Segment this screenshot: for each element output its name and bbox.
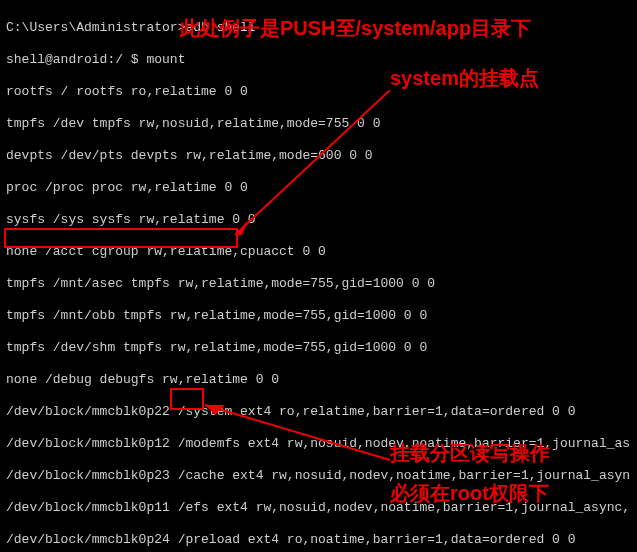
terminal-line: none /debug debugfs rw,relatime 0 0: [6, 372, 631, 388]
terminal-line: /dev/block/mmcblk0p22 /system ext4 ro,re…: [6, 404, 631, 420]
terminal-line: rootfs / rootfs ro,relatime 0 0: [6, 84, 631, 100]
terminal-line: proc /proc proc rw,relatime 0 0: [6, 180, 631, 196]
terminal-line: devpts /dev/pts devpts rw,relatime,mode=…: [6, 148, 631, 164]
terminal-line: /dev/block/mmcblk0p24 /preload ext4 ro,n…: [6, 532, 631, 548]
terminal-line: tmpfs /dev/shm tmpfs rw,relatime,mode=75…: [6, 340, 631, 356]
terminal-line: C:\Users\Administrator>adb shell: [6, 20, 631, 36]
terminal-output[interactable]: C:\Users\Administrator>adb shell shell@a…: [0, 0, 637, 552]
terminal-line: tmpfs /dev tmpfs rw,nosuid,relatime,mode…: [6, 116, 631, 132]
terminal-line: none /acct cgroup rw,relatime,cpuacct 0 …: [6, 244, 631, 260]
terminal-line: shell@android:/ $ mount: [6, 52, 631, 68]
terminal-line: /dev/block/mmcblk0p11 /efs ext4 rw,nosui…: [6, 500, 631, 516]
terminal-line: tmpfs /mnt/obb tmpfs rw,relatime,mode=75…: [6, 308, 631, 324]
terminal-line: tmpfs /mnt/asec tmpfs rw,relatime,mode=7…: [6, 276, 631, 292]
terminal-line: /dev/block/mmcblk0p12 /modemfs ext4 rw,n…: [6, 436, 631, 452]
terminal-line: /dev/block/mmcblk0p23 /cache ext4 rw,nos…: [6, 468, 631, 484]
terminal-line: sysfs /sys sysfs rw,relatime 0 0: [6, 212, 631, 228]
